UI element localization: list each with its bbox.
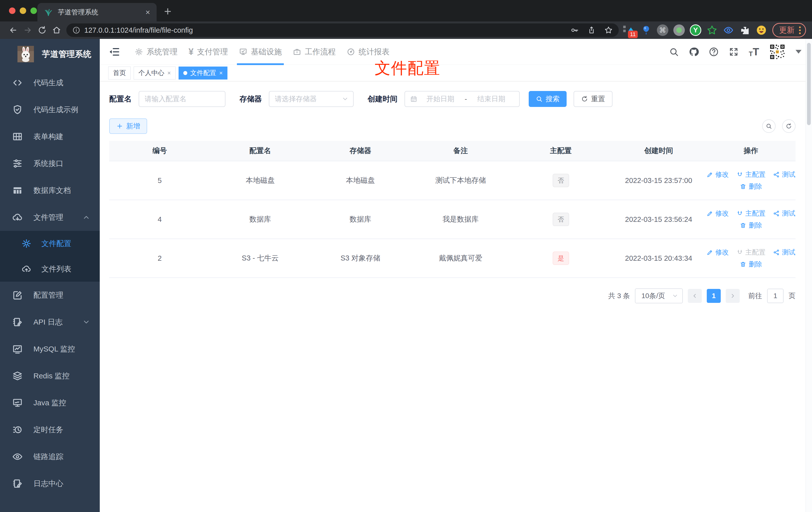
sidebar-item-form-builder[interactable]: 表单构建 xyxy=(0,123,100,150)
browser-tab[interactable]: 芋道管理系统 × xyxy=(37,3,156,22)
sidebar-item-java-monitor[interactable]: Java 监控 xyxy=(0,389,100,416)
extension-y-icon[interactable]: Y xyxy=(690,24,701,36)
current-page-button[interactable]: 1 xyxy=(707,289,721,303)
edit-link[interactable]: 修改 xyxy=(706,170,729,179)
sidebar-item-scheduled-tasks[interactable]: 定时任务 xyxy=(0,416,100,443)
sidebar-item-code-example[interactable]: 代码生成示例 xyxy=(0,96,100,123)
address-bar[interactable]: 127.0.0.1:1024/infra/file/file-config xyxy=(66,24,619,37)
tab-profile[interactable]: 个人中心 × xyxy=(134,66,176,80)
site-info-icon[interactable] xyxy=(72,26,80,34)
font-size-icon[interactable]: TT xyxy=(749,46,759,58)
master-config-link[interactable]: 主配置 xyxy=(736,209,765,218)
sidebar-item-db-doc[interactable]: 数据库文档 xyxy=(0,177,100,204)
goto-page-input[interactable] xyxy=(767,289,784,303)
extension-emoji-icon[interactable] xyxy=(755,24,767,36)
avatar[interactable] xyxy=(769,43,786,60)
edit-link[interactable]: 修改 xyxy=(706,248,729,257)
active-tab-dot xyxy=(183,71,187,75)
share-icon[interactable] xyxy=(587,26,596,34)
password-key-icon[interactable] xyxy=(570,26,579,34)
extension-eye-icon[interactable] xyxy=(722,24,734,36)
collapse-sidebar-icon[interactable] xyxy=(108,46,120,58)
avatar-dropdown-caret[interactable] xyxy=(795,50,802,54)
pencil-icon xyxy=(706,171,713,178)
chart-box-icon xyxy=(12,343,23,355)
search-button[interactable]: 搜索 xyxy=(529,91,567,107)
add-button[interactable]: 新增 xyxy=(109,118,147,134)
scrollbar-thumb[interactable] xyxy=(807,43,811,125)
sidebar-item-system-api[interactable]: 系统接口 xyxy=(0,150,100,177)
edit-link[interactable]: 修改 xyxy=(706,209,729,218)
extension-diamond-icon[interactable]: ♦ 11 xyxy=(624,24,636,36)
primary-tag: 否 xyxy=(553,213,569,226)
close-window-button[interactable] xyxy=(9,7,16,14)
tab-home[interactable]: 首页 xyxy=(108,66,131,80)
new-tab-button[interactable]: + xyxy=(164,4,171,19)
delete-link[interactable]: 删除 xyxy=(740,260,762,269)
topnav-system-management[interactable]: 系统管理 xyxy=(129,39,183,65)
sidebar-item-redis-monitor[interactable]: Redis 监控 xyxy=(0,362,100,389)
extension-dot-icon[interactable] xyxy=(673,24,685,36)
help-icon[interactable] xyxy=(709,47,719,57)
home-button[interactable] xyxy=(49,23,64,37)
sidebar-item-file-management[interactable]: 文件管理 xyxy=(0,204,100,231)
fullscreen-icon[interactable] xyxy=(729,47,739,57)
topnav-payment-management[interactable]: ¥ 支付管理 xyxy=(183,39,233,65)
date-range-picker[interactable]: 开始日期 - 结束日期 xyxy=(405,91,520,107)
chevron-left-icon xyxy=(692,293,698,299)
back-button[interactable] xyxy=(6,23,21,37)
extension-puzzle-icon[interactable] xyxy=(739,24,751,36)
extension-star-icon[interactable] xyxy=(706,24,718,36)
browser-update-button[interactable]: 更新 xyxy=(772,23,806,37)
test-link[interactable]: 测试 xyxy=(773,248,795,257)
sidebar-item-code-generation[interactable]: 代码生成 xyxy=(0,69,100,96)
sidebar-item-file-list[interactable]: 文件列表 xyxy=(0,256,100,282)
sidebar-item-log-center[interactable]: 日志中心 xyxy=(0,470,100,497)
sidebar-item-tracing[interactable]: 链路追踪 xyxy=(0,443,100,470)
sidebar-item-config-management[interactable]: 配置管理 xyxy=(0,282,100,309)
col-header-primary: 主配置 xyxy=(511,141,611,161)
table-refresh-button[interactable] xyxy=(782,119,795,133)
test-link[interactable]: 测试 xyxy=(773,170,795,179)
date-end-placeholder[interactable]: 结束日期 xyxy=(469,94,514,104)
reload-button[interactable] xyxy=(35,23,49,37)
code-icon xyxy=(12,77,23,88)
extension-balloon-icon[interactable] xyxy=(640,24,652,36)
next-page-button[interactable] xyxy=(726,289,740,303)
zoom-window-button[interactable] xyxy=(30,7,37,14)
close-tab-icon[interactable]: × xyxy=(167,69,171,77)
bookmark-star-icon[interactable] xyxy=(604,26,613,34)
extension-command-icon[interactable]: ⌘ xyxy=(657,24,669,36)
sidebar-item-api-log[interactable]: API 日志 xyxy=(0,309,100,335)
storage-select[interactable]: 请选择存储器 xyxy=(269,91,354,107)
topnav-infrastructure[interactable]: 基础设施 xyxy=(233,39,287,65)
col-header-storage: 存储器 xyxy=(310,141,410,161)
delete-link[interactable]: 删除 xyxy=(740,182,762,191)
table-search-toggle-button[interactable] xyxy=(762,119,776,133)
tab-file-config[interactable]: 文件配置 × xyxy=(179,66,227,80)
delete-link[interactable]: 删除 xyxy=(740,221,762,230)
minimize-window-button[interactable] xyxy=(20,7,26,14)
sidebar-item-file-config[interactable]: 文件配置 xyxy=(0,231,100,256)
browser-tab-title: 芋道管理系统 xyxy=(58,8,98,17)
github-icon[interactable] xyxy=(689,47,699,57)
forward-button[interactable] xyxy=(21,23,35,37)
page-scrollbar[interactable] xyxy=(806,39,812,512)
search-icon[interactable] xyxy=(669,47,679,57)
reset-button[interactable]: 重置 xyxy=(574,91,612,107)
topnav-workflow[interactable]: 工作流程 xyxy=(287,39,341,65)
date-start-placeholder[interactable]: 开始日期 xyxy=(417,94,463,104)
close-tab-icon[interactable]: × xyxy=(219,69,223,77)
layers-icon xyxy=(12,370,23,381)
master-config-link[interactable]: 主配置 xyxy=(736,170,765,179)
main-area: 系统管理 ¥ 支付管理 基础设施 工作流程 统计报表 xyxy=(100,39,812,512)
sidebar-logo[interactable]: 芋道管理系统 xyxy=(0,39,100,69)
browser-menu-icon[interactable] xyxy=(799,26,801,34)
prev-page-button[interactable] xyxy=(688,289,702,303)
tab-close-icon[interactable]: × xyxy=(145,8,150,16)
page-size-select[interactable]: 10条/页 xyxy=(635,289,683,303)
app-title: 芋道管理系统 xyxy=(42,49,91,60)
config-name-input[interactable] xyxy=(139,91,226,107)
test-link[interactable]: 测试 xyxy=(773,209,795,218)
sidebar-item-mysql-monitor[interactable]: MySQL 监控 xyxy=(0,335,100,362)
